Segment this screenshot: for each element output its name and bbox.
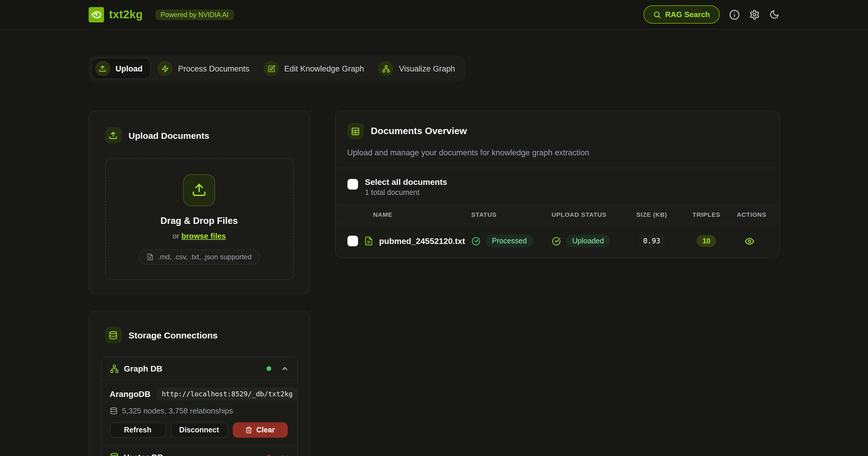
dropzone-title: Drag & Drop Files <box>160 215 238 226</box>
or-label: or <box>173 231 179 240</box>
nvidia-logo-icon <box>88 7 104 22</box>
zap-icon <box>157 61 173 76</box>
upload-icon <box>105 127 121 143</box>
app-header: txt2kg Powered by NVIDIA AI RAG Search <box>0 0 868 30</box>
vector-db-header[interactable]: Vector DB <box>101 445 297 456</box>
row-checkbox[interactable] <box>347 236 358 246</box>
graph-db-header[interactable]: Graph DB <box>101 357 297 380</box>
tab-upload[interactable]: Upload <box>91 58 151 79</box>
storage-card-title: Storage Connections <box>128 330 218 340</box>
disconnect-button[interactable]: Disconnect <box>170 422 228 438</box>
db-connections-panel: Graph DB ArangoDB http://lo <box>101 357 298 456</box>
tab-label: Visualize Graph <box>399 64 455 73</box>
moon-icon[interactable] <box>769 9 780 20</box>
connected-status-dot <box>266 366 271 371</box>
supported-formats-label: .md, .csv, .txt, .json supported <box>158 253 251 261</box>
column-header-size: SIZE (KB) <box>627 211 677 218</box>
file-text-icon <box>364 236 373 246</box>
gear-icon[interactable] <box>749 9 760 20</box>
logo: txt2kg Powered by NVIDIA AI <box>88 7 234 22</box>
check-circle-icon <box>471 236 480 246</box>
supported-formats-pill: .md, .csv, .txt, .json supported <box>138 249 260 264</box>
edit-icon <box>264 61 279 76</box>
check-circle-icon <box>552 236 560 246</box>
trash-icon <box>245 426 252 433</box>
eye-icon[interactable] <box>744 236 754 246</box>
clear-label: Clear <box>256 426 275 434</box>
tab-label: Process Documents <box>178 64 250 73</box>
graph-db-label: Graph DB <box>124 364 162 373</box>
upload-icon <box>95 61 110 76</box>
storage-connections-card: Storage Connections Graph DB <box>88 311 310 456</box>
document-name: pubmed_24552120.txt <box>379 236 465 246</box>
main-tabbar: Upload Process Documents Edit Knowledge … <box>88 56 466 82</box>
database-icon <box>110 452 119 456</box>
tab-edit-knowledge-graph[interactable]: Edit Knowledge Graph <box>260 59 372 78</box>
documents-panel-subtitle: Upload and manage your documents for kno… <box>347 148 767 157</box>
column-header-triples: TRIPLES <box>677 211 736 218</box>
database-icon <box>105 327 121 343</box>
upload-card-title: Upload Documents <box>128 130 209 140</box>
table-header: NAME STATUS UPLOAD STATUS SIZE (KB) TRIP… <box>335 204 779 224</box>
rag-search-label: RAG Search <box>665 10 710 19</box>
column-header-actions: ACTIONS <box>736 211 767 218</box>
clear-button[interactable]: Clear <box>232 422 287 438</box>
tab-label: Edit Knowledge Graph <box>284 64 364 73</box>
graph-db-url: http://localhost:8529/_db/txt2kg <box>156 388 298 400</box>
total-documents-label: 1 total document <box>365 188 447 197</box>
vector-db-label: Vector DB <box>124 452 163 456</box>
column-header-status: STATUS <box>471 211 552 218</box>
info-icon[interactable] <box>729 9 740 20</box>
select-all-label: Select all documents <box>365 177 447 187</box>
tab-label: Upload <box>116 64 143 73</box>
status-badge: Processed <box>486 234 533 248</box>
column-header-name: NAME <box>347 211 471 218</box>
select-all-checkbox[interactable] <box>347 179 358 190</box>
documents-panel-title: Documents Overview <box>371 126 467 136</box>
documents-overview-panel: Documents Overview Upload and manage you… <box>335 110 780 258</box>
file-icon <box>147 253 154 260</box>
search-icon <box>653 10 661 19</box>
upload-icon <box>183 174 215 206</box>
rag-search-button[interactable]: RAG Search <box>643 5 719 24</box>
upload-status-badge: Uploaded <box>566 234 610 248</box>
network-icon <box>110 364 119 373</box>
triples-badge: 10 <box>696 235 716 247</box>
column-header-upload-status: UPLOAD STATUS <box>552 211 627 218</box>
dropzone[interactable]: Drag & Drop Files or browse files .md, .… <box>105 158 293 280</box>
graph-db-details: ArangoDB http://localhost:8529/_db/txt2k… <box>101 380 297 445</box>
chevron-down-icon <box>280 453 289 456</box>
graph-db-provider: ArangoDB <box>110 389 150 399</box>
size-value: 0.93 <box>639 234 665 248</box>
txt2kg-app: txt2kg Powered by NVIDIA AI RAG Search <box>0 0 868 456</box>
tab-visualize-graph[interactable]: Visualize Graph <box>375 59 463 78</box>
table-row: pubmed_24552120.txt Processed Uploaded <box>335 224 779 258</box>
table-icon <box>347 123 364 139</box>
graph-db-stats: 5,325 nodes, 3,758 relationships <box>122 406 233 415</box>
app-title: txt2kg <box>109 8 143 21</box>
chevron-up-icon <box>280 364 289 373</box>
database-icon <box>110 407 117 415</box>
refresh-button[interactable]: Refresh <box>110 422 166 438</box>
network-icon <box>378 61 394 76</box>
upload-documents-card: Upload Documents Drag & Drop Files or br… <box>88 110 310 294</box>
browse-files-link[interactable]: browse files <box>181 231 226 240</box>
disconnected-status-dot <box>266 455 271 456</box>
powered-badge: Powered by NVIDIA AI <box>155 9 234 20</box>
tab-process-documents[interactable]: Process Documents <box>155 59 257 78</box>
